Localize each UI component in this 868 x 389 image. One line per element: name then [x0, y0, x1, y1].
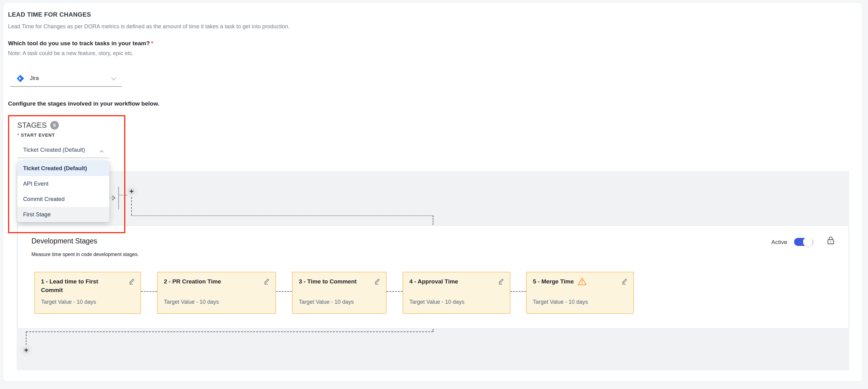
- edit-pencil-icon[interactable]: [128, 277, 135, 285]
- start-event-dropdown-menu: Ticket Created (Default) API Event Commi…: [17, 161, 110, 222]
- toggle-knob: [803, 237, 813, 247]
- warning-triangle-icon: [578, 277, 587, 286]
- stage-target-value: Target Value - 10 days: [533, 299, 588, 305]
- stage-card[interactable]: 4 - Approval Time Target Value - 10 days: [403, 272, 510, 314]
- chevron-down-icon: [111, 76, 117, 80]
- stage-connector: [141, 291, 157, 292]
- connector-line: [433, 216, 433, 225]
- configure-instruction: Configure the stages involved in your wo…: [8, 100, 159, 107]
- stage-target-value: Target Value - 10 days: [164, 299, 219, 305]
- stages-heading-text: STAGES: [17, 121, 47, 130]
- edit-pencil-icon[interactable]: [621, 277, 628, 285]
- stage-connector: [386, 291, 403, 292]
- chevron-up-icon: [99, 149, 104, 152]
- add-stage-button-top[interactable]: +: [126, 186, 137, 197]
- stage-connector: [276, 291, 292, 292]
- required-asterisk: *: [150, 40, 153, 46]
- stage-card-title: 1 - Lead time to First Commit: [41, 277, 134, 294]
- stage-card[interactable]: 2 - PR Creation Time Target Value - 10 d…: [157, 272, 276, 314]
- start-node-edge-line: [118, 187, 119, 209]
- stage-target-value: Target Value - 10 days: [41, 299, 96, 305]
- edit-pencil-icon[interactable]: [497, 277, 505, 285]
- dropdown-option-first-stage[interactable]: First Stage: [17, 207, 110, 222]
- stage-card-title: 2 - PR Creation Time: [164, 277, 269, 286]
- stages-heading: STAGES 5: [17, 121, 59, 130]
- stage-card-title: 3 - Time to Comment: [299, 277, 380, 286]
- start-event-label: *START EVENT: [17, 133, 55, 137]
- stage-target-value: Target Value - 10 days: [299, 299, 354, 305]
- stage-target-value: Target Value - 10 days: [409, 299, 464, 305]
- jira-logo-icon: [16, 74, 24, 83]
- stages-count-badge: 5: [50, 121, 59, 130]
- stage-card[interactable]: 3 - Time to Comment Target Value - 10 da…: [292, 272, 386, 314]
- edit-pencil-icon[interactable]: [263, 277, 271, 285]
- dropdown-option-api-event[interactable]: API Event: [17, 176, 110, 191]
- development-stages-title: Development Stages: [31, 237, 97, 245]
- connector-line: [26, 331, 27, 345]
- connector-stub: [119, 195, 127, 195]
- page-subtitle: Lead Time for Changes as per DORA metric…: [8, 23, 289, 30]
- stage-card[interactable]: 5 - Merge Time Target Value - 10 days: [526, 272, 634, 314]
- connector-line: [131, 216, 433, 216]
- active-toggle-label: Active: [771, 239, 787, 246]
- add-stage-button-bottom[interactable]: +: [21, 345, 31, 355]
- lock-icon[interactable]: [826, 236, 835, 246]
- connector-line: [26, 331, 433, 332]
- tool-question-label: Which tool do you use to track tasks in …: [8, 40, 153, 47]
- stage-card-title: 5 - Merge Time: [533, 277, 574, 286]
- start-event-select[interactable]: Ticket Created (Default): [17, 144, 109, 158]
- stage-card[interactable]: 1 - Lead time to First Commit Target Val…: [34, 272, 141, 314]
- tool-question-note: Note: A task could be a new feature, sto…: [8, 50, 134, 57]
- stage-connector: [510, 291, 526, 292]
- required-asterisk: *: [17, 133, 21, 137]
- connector-line: [131, 197, 132, 216]
- page-title: LEAD TIME FOR CHANGES: [8, 11, 91, 18]
- dropdown-option-commit-created[interactable]: Commit Created: [17, 191, 110, 207]
- tool-question-text: Which tool do you use to track tasks in …: [8, 40, 150, 46]
- tool-select-value: Jira: [30, 75, 39, 82]
- development-stages-description: Measure time spent in code development s…: [31, 252, 139, 257]
- stage-card-title: 4 - Approval Time: [409, 277, 504, 286]
- tool-select[interactable]: Jira: [10, 72, 122, 87]
- dropdown-option-ticket-created[interactable]: Ticket Created (Default): [17, 161, 110, 176]
- start-event-select-value: Ticket Created (Default): [23, 147, 85, 153]
- active-toggle[interactable]: [794, 238, 813, 246]
- edit-pencil-icon[interactable]: [374, 277, 381, 285]
- start-event-label-text: START EVENT: [21, 133, 55, 137]
